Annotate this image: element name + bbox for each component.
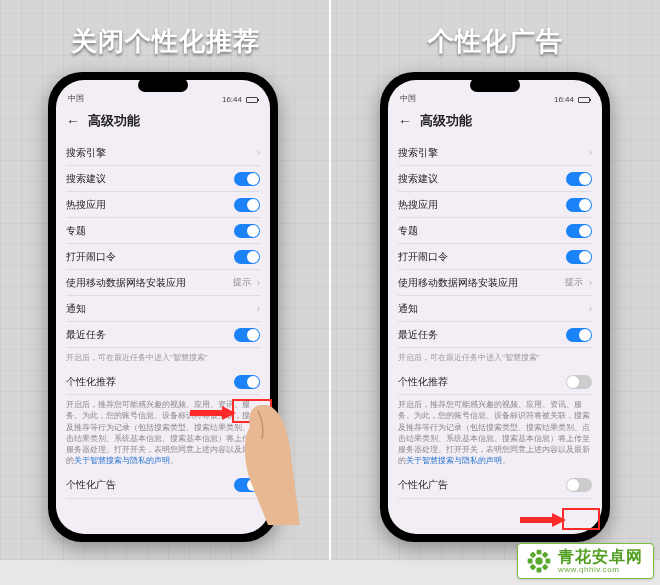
svg-rect-1 (537, 568, 542, 573)
label: 搜索建议 (398, 172, 566, 186)
chevron-right-icon: › (589, 147, 592, 158)
highlight-box (232, 399, 272, 423)
row-special[interactable]: 专题 (398, 218, 592, 244)
recent-hint: 开启后，可在最近任务中进入"智慧搜索" (66, 348, 260, 369)
toggle[interactable] (566, 198, 592, 212)
label: 热搜应用 (66, 198, 234, 212)
label: 最近任务 (398, 328, 566, 342)
watermark: 青花安卓网 www.qhhlv.com (517, 543, 654, 579)
left-title: 关闭个性化推荐 (0, 24, 330, 59)
label: 个性化广告 (66, 478, 234, 492)
label: 搜索建议 (66, 172, 234, 186)
label: 热搜应用 (398, 198, 566, 212)
label: 打开闹口令 (66, 250, 234, 264)
value: 提示 (565, 276, 583, 289)
chevron-right-icon: › (257, 277, 260, 288)
label: 搜索引擎 (398, 146, 587, 160)
arrow-icon (190, 406, 236, 420)
row-recent-tasks[interactable]: 最近任务 (398, 322, 592, 348)
row-search-engine[interactable]: 搜索引擎 › (398, 140, 592, 166)
phone-right: 中国 16:44 ← 高级功能 搜索引擎 › 搜索建议 (380, 72, 610, 542)
row-notify[interactable]: 通知 › (66, 296, 260, 322)
camera-pill (470, 78, 520, 92)
toggle[interactable] (566, 224, 592, 238)
personal-rec-desc: 开启后，推荐您可能感兴趣的视频、应用、资讯、服务。为此，您的账号信息、设备标识符… (398, 395, 592, 473)
carrier-label: 中国 (400, 93, 416, 104)
row-special[interactable]: 专题 (66, 218, 260, 244)
row-hot-apps[interactable]: 热搜应用 (398, 192, 592, 218)
row-personal-rec[interactable]: 个性化推荐 (398, 369, 592, 395)
time-label: 16:44 (222, 95, 242, 104)
label: 搜索引擎 (66, 146, 255, 160)
row-mobile-data[interactable]: 使用移动数据网络安装应用 提示 › (66, 270, 260, 296)
value: 提示 (233, 276, 251, 289)
toggle[interactable] (234, 198, 260, 212)
svg-rect-0 (537, 550, 542, 555)
row-personal-rec[interactable]: 个性化推荐 (66, 369, 260, 395)
label: 个性化广告 (398, 478, 566, 492)
phone-left: 中国 16:44 ← 高级功能 搜索引擎 › 搜索建议 (48, 72, 278, 542)
toggle-personal-rec[interactable] (566, 375, 592, 389)
recent-hint: 开启后，可在最近任务中进入"智慧搜索" (398, 348, 592, 369)
row-search-suggest[interactable]: 搜索建议 (66, 166, 260, 192)
label: 个性化推荐 (66, 375, 234, 389)
toggle[interactable] (234, 328, 260, 342)
svg-rect-7 (542, 564, 549, 571)
chevron-right-icon: › (257, 147, 260, 158)
svg-rect-6 (529, 564, 536, 571)
row-recent-tasks[interactable]: 最近任务 (66, 322, 260, 348)
privacy-link[interactable]: 关于智慧搜索与隐私的声明 (74, 456, 170, 465)
toggle-personal-ads[interactable] (234, 478, 260, 492)
svg-rect-3 (546, 559, 551, 564)
highlight-box (562, 508, 600, 530)
label: 专题 (66, 224, 234, 238)
row-search-engine[interactable]: 搜索引擎 › (66, 140, 260, 166)
label: 使用移动数据网络安装应用 (66, 276, 233, 290)
screen-right: 中国 16:44 ← 高级功能 搜索引擎 › 搜索建议 (388, 80, 602, 534)
row-mobile-data[interactable]: 使用移动数据网络安装应用 提示 › (398, 270, 592, 296)
battery-icon (578, 97, 590, 103)
row-hot-apps[interactable]: 热搜应用 (66, 192, 260, 218)
label: 通知 (398, 302, 587, 316)
page-title: 高级功能 (88, 112, 140, 130)
label: 通知 (66, 302, 255, 316)
label: 专题 (398, 224, 566, 238)
battery-icon (246, 97, 258, 103)
row-search-suggest[interactable]: 搜索建议 (398, 166, 592, 192)
logo-icon (526, 548, 552, 574)
camera-pill (138, 78, 188, 92)
privacy-link[interactable]: 关于智慧搜索与隐私的声明 (406, 456, 502, 465)
toggle[interactable] (566, 328, 592, 342)
row-notify[interactable]: 通知 › (398, 296, 592, 322)
back-button[interactable]: ← (398, 113, 412, 129)
toggle[interactable] (566, 250, 592, 264)
row-personal-ads[interactable]: 个性化广告 (66, 473, 260, 499)
page-title: 高级功能 (420, 112, 472, 130)
time-label: 16:44 (554, 95, 574, 104)
page-header: ← 高级功能 (56, 106, 270, 140)
toggle-personal-ads[interactable] (566, 478, 592, 492)
label: 个性化推荐 (398, 375, 566, 389)
toggle[interactable] (234, 224, 260, 238)
right-title: 个性化广告 (330, 24, 660, 59)
label: 打开闹口令 (398, 250, 566, 264)
toggle-personal-rec[interactable] (234, 375, 260, 389)
toggle[interactable] (234, 250, 260, 264)
row-open-cmd[interactable]: 打开闹口令 (66, 244, 260, 270)
svg-point-8 (535, 557, 542, 564)
carrier-label: 中国 (68, 93, 84, 104)
svg-rect-2 (528, 559, 533, 564)
label: 使用移动数据网络安装应用 (398, 276, 565, 290)
svg-rect-4 (529, 551, 536, 558)
row-open-cmd[interactable]: 打开闹口令 (398, 244, 592, 270)
watermark-url: www.qhhlv.com (558, 565, 643, 574)
chevron-right-icon: › (589, 303, 592, 314)
watermark-title: 青花安卓网 (558, 549, 643, 565)
label: 最近任务 (66, 328, 234, 342)
toggle[interactable] (566, 172, 592, 186)
back-button[interactable]: ← (66, 113, 80, 129)
toggle[interactable] (234, 172, 260, 186)
row-personal-ads[interactable]: 个性化广告 (398, 473, 592, 499)
screen-left: 中国 16:44 ← 高级功能 搜索引擎 › 搜索建议 (56, 80, 270, 534)
page-header: ← 高级功能 (388, 106, 602, 140)
